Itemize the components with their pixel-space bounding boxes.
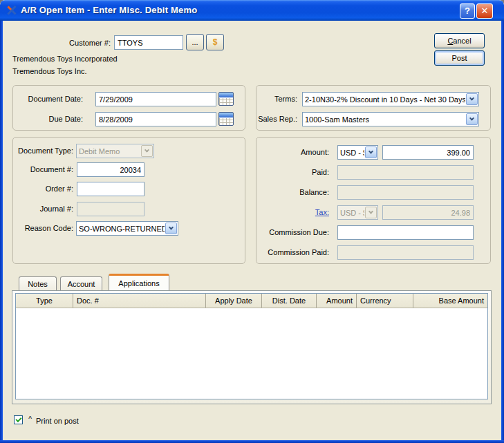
document-number-input[interactable] (77, 162, 144, 177)
paid-input (337, 165, 474, 180)
amount-input[interactable] (382, 145, 474, 160)
document-date-input[interactable] (95, 92, 216, 106)
commission-due-label: Commission Due: (246, 228, 329, 237)
tax-currency-value: USD - $ (338, 206, 364, 219)
amount-currency-value: USD - $ (338, 146, 364, 159)
commission-paid-input (337, 245, 474, 260)
customer-name-line2: Tremendous Toys Inc. (12, 67, 87, 75)
chevron-down-icon (141, 145, 153, 157)
balance-input (337, 185, 474, 200)
chevron-down-icon[interactable] (466, 93, 478, 105)
window-border-bottom (0, 440, 504, 443)
customer-label: Customer #: (40, 39, 111, 48)
post-button[interactable]: Post (434, 50, 485, 66)
tab-notes[interactable]: Notes (19, 276, 57, 290)
tax-input (382, 205, 474, 220)
column-header-type[interactable]: Type (16, 294, 73, 308)
sales-rep-value: 1000-Sam Masters (303, 113, 465, 126)
journal-number-input (77, 202, 144, 216)
applications-grid: Type Doc. # Apply Date Dist. Date Amount… (15, 293, 488, 399)
sales-rep-label: Sales Rep.: (228, 115, 297, 124)
column-header-amount[interactable]: Amount (317, 294, 357, 308)
balance-label: Balance: (246, 188, 329, 197)
reason-code-dropdown[interactable]: SO-WRONG-RETURNED-SC (76, 221, 178, 236)
customer-browse-button[interactable]: ... (186, 34, 204, 50)
tax-link[interactable]: Tax: (315, 208, 329, 216)
print-on-post-label[interactable]: Print on post (36, 417, 79, 425)
tax-label-wrap: Tax: (246, 208, 329, 217)
document-type-label: Document Type: (11, 147, 73, 155)
cancel-label-rest: ancel (453, 37, 471, 45)
print-on-post-checkbox[interactable] (14, 415, 23, 424)
terms-label: Terms: (228, 95, 297, 104)
commission-paid-label: Commission Paid: (246, 248, 329, 257)
titlebar[interactable]: A/R Open Item - Enter Misc. Debit Memo ?… (0, 0, 504, 21)
reason-code-value: SO-WRONG-RETURNED-SC (77, 222, 165, 235)
journal-number-label: Journal #: (11, 205, 73, 214)
customer-name-line1: Tremendous Toys Incorporated (12, 55, 118, 63)
window-title: A/R Open Item - Enter Misc. Debit Memo (21, 5, 197, 15)
due-date-label: Due Date: (17, 115, 83, 124)
customer-money-button[interactable]: $ (206, 34, 224, 50)
terms-value: 2-10N30-2% Discount in 10 Days - Net 30 … (303, 93, 465, 106)
reason-code-label: Reason Code: (11, 224, 73, 233)
column-header-apply-date[interactable]: Apply Date (206, 294, 262, 308)
document-type-value: Debit Memo (77, 144, 140, 158)
app-icon (6, 5, 17, 16)
paid-label: Paid: (246, 168, 329, 177)
debit-memo-dialog: A/R Open Item - Enter Misc. Debit Memo ?… (0, 0, 504, 443)
tab-account[interactable]: Account (60, 276, 102, 290)
customer-input[interactable] (114, 35, 183, 50)
caret-mark-icon: ^ (28, 415, 32, 422)
amount-label: Amount: (246, 148, 329, 157)
window-border-right (501, 21, 504, 443)
applications-grid-header: Type Doc. # Apply Date Dist. Date Amount… (16, 294, 487, 308)
column-header-base-amount[interactable]: Base Amount (413, 294, 487, 308)
column-header-currency[interactable]: Currency (357, 294, 413, 308)
document-date-label: Document Date: (17, 95, 83, 104)
column-header-doc-number[interactable]: Doc. # (73, 294, 206, 308)
order-number-input[interactable] (77, 182, 144, 196)
due-date-input[interactable] (95, 112, 216, 126)
chevron-down-icon[interactable] (365, 147, 377, 158)
terms-dropdown[interactable]: 2-10N30-2% Discount in 10 Days - Net 30 … (302, 92, 479, 106)
applications-grid-body[interactable] (16, 308, 487, 399)
tax-currency-dropdown: USD - $ (337, 205, 378, 220)
document-number-label: Document #: (11, 165, 73, 174)
chevron-down-icon (365, 207, 377, 218)
cancel-button[interactable]: Cancel (434, 33, 485, 48)
order-number-label: Order #: (11, 185, 73, 194)
chevron-down-icon[interactable] (466, 113, 478, 125)
commission-due-input[interactable] (337, 225, 474, 240)
sales-rep-dropdown[interactable]: 1000-Sam Masters (302, 112, 479, 126)
amount-currency-dropdown[interactable]: USD - $ (337, 145, 378, 160)
tab-applications[interactable]: Applications (109, 274, 169, 290)
chevron-down-icon[interactable] (165, 223, 177, 234)
column-header-dist-date[interactable]: Dist. Date (262, 294, 317, 308)
window-border-left (0, 21, 3, 443)
help-button[interactable]: ? (460, 3, 475, 19)
close-button[interactable]: ✕ (476, 3, 493, 19)
document-type-dropdown: Debit Memo (76, 144, 154, 158)
